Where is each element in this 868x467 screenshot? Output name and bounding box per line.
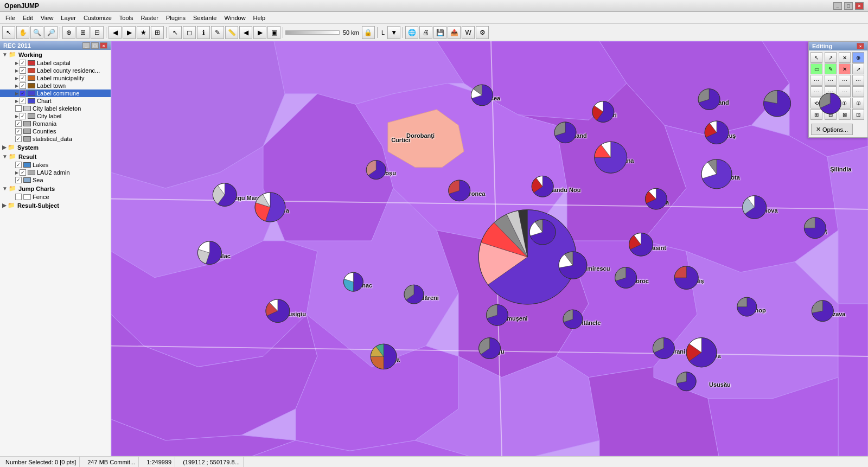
print-btn[interactable]: 🖨 (419, 26, 432, 39)
edit-dots-btn9[interactable]: ⟲ (810, 98, 822, 108)
edit-dots-btn2[interactable]: ⋯ (825, 75, 837, 86)
layer-sea[interactable]: Sea (0, 176, 111, 184)
forward-btn[interactable]: ▶ (253, 26, 266, 39)
settings-btn[interactable]: ⚙ (476, 26, 489, 39)
select-tool[interactable]: ↖ (2, 26, 15, 39)
edit-diag-btn[interactable]: ↗ (852, 63, 864, 74)
edit-dots-btn5[interactable]: ⋯ (810, 86, 822, 97)
globe-btn[interactable]: 🌐 (405, 26, 418, 39)
measure-btn[interactable]: 📏 (225, 26, 238, 39)
edit-add-btn[interactable]: ⊕ (852, 52, 864, 63)
prev-zoom-btn[interactable]: ◀ (108, 26, 122, 39)
zoom-layer-tool[interactable]: ⊟ (91, 26, 104, 39)
screen-btn[interactable]: ▣ (267, 26, 280, 39)
edit-dots-btn16[interactable]: ⊡ (852, 109, 864, 120)
result-subject-group[interactable]: ▶ 📁 Result-Subject (0, 201, 111, 210)
zoom-full-tool[interactable]: ⊕ (62, 26, 75, 39)
grid-btn[interactable]: ⊞ (151, 26, 164, 39)
menu-item-window[interactable]: Window (221, 14, 248, 22)
edit-dots-btn1[interactable]: ⋯ (810, 75, 822, 86)
checkbox-city-skeleton[interactable] (15, 105, 22, 112)
edit-dots-btn15[interactable]: ⊠ (839, 109, 851, 120)
bookmark-btn[interactable]: ★ (137, 26, 150, 39)
checkbox-counties[interactable] (15, 128, 22, 135)
system-group[interactable]: ▶ 📁 System (0, 143, 111, 152)
layer-fence[interactable]: Fence (0, 193, 111, 201)
next-zoom-btn[interactable]: ▶ (123, 26, 136, 39)
edit-dots-btn3[interactable]: ⋯ (839, 75, 851, 86)
edit-delete-btn[interactable]: ✕ (839, 52, 851, 63)
scale-lock-btn[interactable]: 🔒 (362, 26, 375, 39)
pan-tool[interactable]: ✋ (16, 26, 29, 39)
checkbox-label-capital[interactable] (20, 60, 26, 66)
layer-lakes[interactable]: Lakes (0, 161, 111, 169)
layer-counties[interactable]: Counties (0, 127, 111, 135)
menu-item-sextante[interactable]: Sextante (190, 14, 220, 22)
edit-btn[interactable]: ✎ (211, 26, 224, 39)
menu-item-plugins[interactable]: Plugins (163, 14, 189, 22)
minimize-button[interactable]: _ (833, 2, 842, 10)
edit-dots-btn6[interactable]: ⋯ (825, 86, 837, 97)
edit-dots-btn4[interactable]: ⋯ (852, 75, 864, 86)
checkbox-label-municipality[interactable] (20, 75, 26, 81)
zoom-out-tool[interactable]: 🔎 (44, 26, 58, 39)
layer-label-capital[interactable]: ▶ Label capital (0, 59, 111, 67)
checkbox-lau2[interactable] (20, 169, 26, 176)
checkbox-label-commune[interactable] (20, 90, 26, 97)
menu-item-view[interactable]: View (37, 14, 57, 22)
layer-label-commune[interactable]: ▶ Label commune (0, 89, 111, 97)
checkbox-romania[interactable] (15, 120, 22, 127)
layer-statistical-data[interactable]: statistical_data (0, 135, 111, 143)
result-group[interactable]: ▼ 📁 Result (0, 152, 111, 161)
edit-select2-btn[interactable]: ↗ (825, 52, 837, 63)
edit-pen-btn[interactable]: ✎ (825, 63, 837, 74)
menu-item-edit[interactable]: Edit (20, 14, 36, 22)
menu-item-raster[interactable]: Raster (138, 14, 162, 22)
wfs-btn[interactable]: W (462, 26, 475, 39)
edit-select-btn[interactable]: ↖ (810, 52, 822, 63)
edit-dots-btn7[interactable]: ⋯ (839, 86, 851, 97)
options-button[interactable]: ✕ Options... (811, 124, 853, 135)
layer-label-town[interactable]: ▶ Label town (0, 82, 111, 89)
checkbox-fence[interactable] (15, 194, 22, 200)
zoom-dropdown-btn[interactable]: ▼ (387, 26, 400, 39)
save-btn[interactable]: 💾 (433, 26, 446, 39)
edit-dots-btn12[interactable]: ② (852, 98, 864, 108)
scale-slider[interactable] (285, 30, 340, 35)
layer-lau2[interactable]: ▶ LAU2 admin (0, 169, 111, 176)
rec-minimize-btn[interactable]: _ (82, 42, 90, 49)
layer-city-label-skeleton[interactable]: City label skeleton (0, 105, 111, 112)
jump-charts-group[interactable]: ▼ 📁 Jump Charts (0, 184, 111, 193)
editing-close-btn[interactable]: × (857, 43, 864, 49)
select-area-btn[interactable]: ◻ (183, 26, 196, 39)
checkbox-city-label[interactable] (20, 113, 26, 119)
checkbox-label-county[interactable] (20, 67, 26, 74)
layer-label-county[interactable]: ▶ Label county residenc... (0, 67, 111, 74)
menu-item-file[interactable]: File (2, 14, 18, 22)
info-btn[interactable]: ℹ (197, 26, 210, 39)
layer-city-label[interactable]: ▶ City label (0, 112, 111, 120)
layer-chart[interactable]: ▶ Chart (0, 97, 111, 105)
zoom-in-tool[interactable]: 🔍 (30, 26, 43, 39)
checkbox-sea[interactable] (15, 177, 22, 183)
edit-dots-btn10[interactable]: ⟳ (825, 98, 837, 108)
working-group[interactable]: ▼ 📁 Working (0, 50, 111, 59)
menu-item-layer[interactable]: Layer (58, 14, 79, 22)
checkbox-lakes[interactable] (15, 162, 22, 168)
maximize-button[interactable]: □ (844, 2, 853, 10)
edit-dots-btn13[interactable]: ⊞ (810, 109, 822, 120)
checkbox-statistical[interactable] (15, 136, 22, 142)
pointer-btn[interactable]: ↖ (169, 26, 182, 39)
edit-x-btn[interactable]: ✕ (839, 63, 851, 74)
close-button[interactable]: × (855, 2, 864, 10)
edit-dots-btn14[interactable]: ⊟ (825, 109, 837, 120)
menu-item-help[interactable]: Help (250, 14, 269, 22)
checkbox-chart[interactable] (20, 98, 26, 104)
rec-maximize-btn[interactable]: □ (91, 42, 99, 49)
checkbox-label-town[interactable] (20, 82, 26, 89)
rec-header-controls[interactable]: _ □ × (82, 42, 107, 49)
export-btn[interactable]: 📤 (448, 26, 461, 39)
edit-dots-btn8[interactable]: ⋯ (852, 86, 864, 97)
back-btn[interactable]: ◀ (239, 26, 252, 39)
title-bar-controls[interactable]: _ □ × (833, 2, 864, 10)
